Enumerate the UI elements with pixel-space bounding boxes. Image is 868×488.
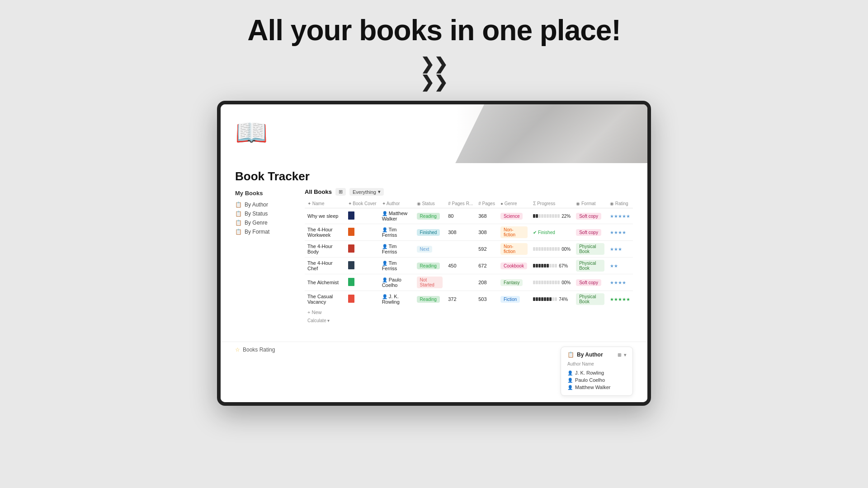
cell-author: 👤 Tim Ferriss bbox=[379, 258, 414, 274]
cell-author: 👤 Tim Ferriss bbox=[379, 241, 414, 258]
cell-rating: ★★★★ bbox=[607, 274, 633, 291]
cell-name: The 4-Hour Body bbox=[305, 241, 345, 258]
view-toggle-btn[interactable]: ⊞ bbox=[335, 188, 346, 196]
sidebar: My Books 📋 By Author 📋 By Status 📋 By Ge… bbox=[235, 188, 294, 334]
col-pages: # Pages bbox=[476, 199, 498, 208]
add-new-row[interactable]: + New bbox=[305, 307, 633, 317]
sidebar-icon-by-status: 📋 bbox=[235, 211, 242, 217]
col-progress: Σ Progress bbox=[530, 199, 573, 208]
author-avatar-paulo: 👤 bbox=[567, 378, 573, 383]
sidebar-item-by-format[interactable]: 📋 By Format bbox=[235, 227, 294, 236]
sidebar-item-by-status[interactable]: 📋 By Status bbox=[235, 209, 294, 218]
cell-genre: Non-fiction bbox=[498, 224, 530, 241]
table-row: Why we sleep👤 Matthew WalkerReading80368… bbox=[305, 208, 633, 224]
author-row-matthew: 👤 Matthew Walker bbox=[567, 384, 626, 391]
cell-name: The 4-Hour Workweek bbox=[305, 224, 345, 241]
by-author-panel-icon: 📋 bbox=[567, 352, 574, 358]
format-badge: Physical Book bbox=[576, 243, 604, 255]
genre-badge: Non-fiction bbox=[500, 226, 528, 238]
sidebar-icon-by-genre: 📋 bbox=[235, 220, 242, 226]
cell-genre: Science bbox=[498, 208, 530, 224]
cell-cover bbox=[345, 274, 379, 291]
sidebar-icon-by-author: 📋 bbox=[235, 202, 242, 208]
star-icon: ☆ bbox=[235, 347, 240, 353]
cell-cover bbox=[345, 208, 379, 224]
status-badge: Not Started bbox=[417, 277, 443, 288]
chevrons: ❯❯ ❯❯ bbox=[420, 55, 448, 91]
cell-pages: 503 bbox=[476, 291, 498, 308]
book-cover-mini bbox=[348, 261, 354, 269]
cell-format: Physical Book bbox=[573, 241, 607, 258]
table-row: The Casual Vacancy👤 J. K. RowlingReading… bbox=[305, 291, 633, 308]
sidebar-icon-by-format: 📋 bbox=[235, 229, 242, 235]
by-author-panel: 📋 By Author ⊞ ▾ Author Name 👤 J. K. Rowl… bbox=[561, 347, 633, 396]
sidebar-label-by-genre: By Genre bbox=[245, 220, 268, 226]
sidebar-label-by-status: By Status bbox=[245, 211, 268, 217]
cell-rating: ★★★★★ bbox=[607, 208, 633, 224]
book-open-icon: 📖 bbox=[235, 117, 268, 148]
main-content: My Books 📋 By Author 📋 By Status 📋 By Ge… bbox=[221, 188, 647, 342]
cell-format: Physical Book bbox=[573, 291, 607, 308]
cell-progress: ✔ Finished bbox=[530, 224, 573, 241]
books-rating-label: Books Rating bbox=[243, 347, 275, 353]
table-row: The 4-Hour Body👤 Tim FerrissNext592Non-f… bbox=[305, 241, 633, 258]
table-area: All Books ⊞ Everything ▾ ✦ Name ✦ Book C… bbox=[305, 188, 633, 334]
author-row-paulo: 👤 Paulo Coelho bbox=[567, 376, 626, 384]
cell-rating: ★★★★ bbox=[607, 224, 633, 241]
cell-genre: Cookbook bbox=[498, 258, 530, 274]
cell-pages-read: 450 bbox=[445, 258, 476, 274]
cell-genre: Fiction bbox=[498, 291, 530, 308]
filter-label: Everything bbox=[353, 189, 376, 195]
col-format: ◉ Format bbox=[573, 199, 607, 208]
cell-author: 👤 Tim Ferriss bbox=[379, 224, 414, 241]
format-badge: Physical Book bbox=[576, 260, 604, 272]
cell-pages-read bbox=[445, 274, 476, 291]
filter-btn[interactable]: Everything ▾ bbox=[349, 188, 384, 196]
chevron-2: ❯❯ bbox=[420, 73, 448, 91]
book-cover-mini bbox=[348, 228, 354, 236]
sidebar-item-by-genre[interactable]: 📋 By Genre bbox=[235, 218, 294, 227]
rating-stars: ★★★★★ bbox=[610, 214, 630, 219]
genre-badge: Fiction bbox=[500, 296, 520, 303]
author-name-matthew: Matthew Walker bbox=[575, 385, 610, 390]
status-badge: Reading bbox=[417, 263, 440, 269]
calculate-btn[interactable]: Calculate ▾ bbox=[305, 317, 633, 324]
header-image-overlay bbox=[455, 104, 647, 163]
cell-progress: 74% bbox=[530, 291, 573, 308]
sidebar-label-by-format: By Format bbox=[245, 229, 269, 235]
cell-author: 👤 Paulo Coelho bbox=[379, 274, 414, 291]
sidebar-section-label: My Books bbox=[235, 190, 294, 197]
sidebar-item-by-author[interactable]: 📋 By Author bbox=[235, 200, 294, 209]
author-name-paulo: Paulo Coelho bbox=[575, 377, 605, 383]
app-title-area: Book Tracker bbox=[221, 163, 647, 188]
table-toolbar: All Books ⊞ Everything ▾ bbox=[305, 188, 633, 196]
col-genre: ● Genre bbox=[498, 199, 530, 208]
rating-stars: ★★★ bbox=[610, 247, 622, 252]
book-cover-mini bbox=[348, 244, 354, 253]
cell-status: Reading bbox=[414, 291, 446, 308]
col-cover: ✦ Book Cover bbox=[345, 199, 379, 208]
cell-progress: 00% bbox=[530, 241, 573, 258]
cell-format: Soft copy bbox=[573, 208, 607, 224]
author-avatar-jk: 👤 bbox=[567, 371, 573, 375]
status-badge: Next bbox=[417, 246, 433, 253]
cell-status: Finished bbox=[414, 224, 446, 241]
books-rating[interactable]: ☆ Books Rating bbox=[235, 347, 275, 353]
genre-badge: Science bbox=[500, 213, 523, 220]
cell-name: Why we sleep bbox=[305, 208, 345, 224]
genre-badge: Fantasy bbox=[500, 279, 523, 286]
table-row: The Alchemist👤 Paulo CoelhoNot Started20… bbox=[305, 274, 633, 291]
sidebar-label-by-author: By Author bbox=[245, 202, 268, 208]
cell-author: 👤 J. K. Rowling bbox=[379, 291, 414, 308]
book-cover-mini bbox=[348, 295, 354, 303]
cell-pages-read bbox=[445, 241, 476, 258]
author-name-jk: J. K. Rowling bbox=[575, 370, 604, 375]
by-author-grid-icon: ⊞ bbox=[618, 352, 621, 357]
filter-chevron-icon: ▾ bbox=[378, 189, 381, 195]
cell-genre: Fantasy bbox=[498, 274, 530, 291]
table-row: The 4-Hour Chef👤 Tim FerrissReading45067… bbox=[305, 258, 633, 274]
status-badge: Reading bbox=[417, 213, 440, 220]
cell-rating: ★★ bbox=[607, 258, 633, 274]
author-row-jk: 👤 J. K. Rowling bbox=[567, 369, 626, 376]
format-badge: Physical Book bbox=[576, 293, 604, 305]
